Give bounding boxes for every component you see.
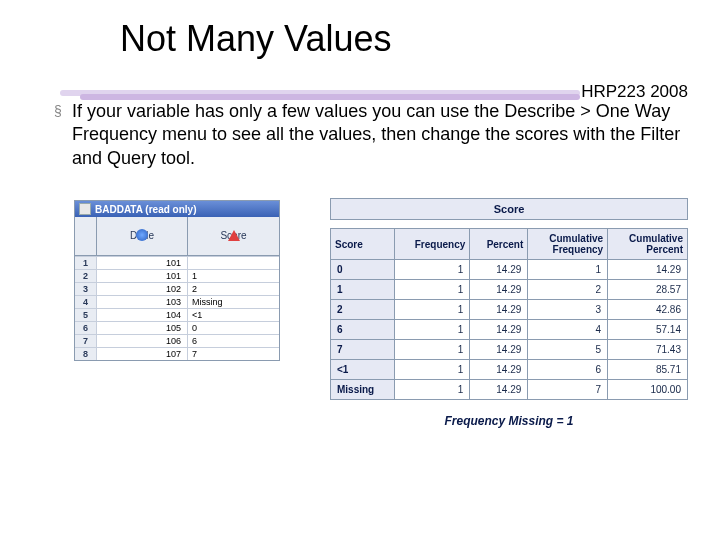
freq-cell-value: 14.29 <box>470 320 528 340</box>
freq-cell-value: 14.29 <box>470 280 528 300</box>
viewer-title-text: BADDATA (read only) <box>95 204 196 215</box>
freq-row: 2114.29342.86 <box>331 300 688 320</box>
freq-col-header: CumulativePercent <box>608 229 688 260</box>
col-header-score: Score <box>188 217 279 255</box>
bullet-item: § If your variable has only a few values… <box>72 100 690 170</box>
freq-cell-value: 7 <box>528 380 608 400</box>
freq-cell-label: 7 <box>331 340 395 360</box>
freq-cell-value: 1 <box>394 260 470 280</box>
freq-cell-value: 42.86 <box>608 300 688 320</box>
freq-cell-value: 14.29 <box>470 340 528 360</box>
freq-row: <1114.29685.71 <box>331 360 688 380</box>
table-row: 81077 <box>75 347 279 360</box>
freq-cell-label: <1 <box>331 360 395 380</box>
table-row: 61050 <box>75 321 279 334</box>
freq-row: 0114.29114.29 <box>331 260 688 280</box>
freq-cell-value: 1 <box>394 380 470 400</box>
row-number: 7 <box>75 335 97 347</box>
freq-cell-value: 1 <box>394 360 470 380</box>
data-viewer-window: BADDATA (read only) Dude Score 110121011… <box>74 200 280 361</box>
freq-cell-value: 14.29 <box>470 260 528 280</box>
freq-missing-note: Frequency Missing = 1 <box>330 414 688 428</box>
freq-cell-value: 5 <box>528 340 608 360</box>
table-row: 21011 <box>75 269 279 282</box>
freq-col-header: Frequency <box>394 229 470 260</box>
freq-row: 1114.29228.57 <box>331 280 688 300</box>
numeric-column-icon <box>136 229 148 241</box>
freq-cell-value: 85.71 <box>608 360 688 380</box>
freq-cell-value: 6 <box>528 360 608 380</box>
cell-dude: 106 <box>97 335 188 347</box>
cell-dude: 101 <box>97 257 188 269</box>
freq-cell-value: 14.29 <box>470 380 528 400</box>
cell-dude: 101 <box>97 270 188 282</box>
freq-cell-label: 1 <box>331 280 395 300</box>
table-row: 5104<1 <box>75 308 279 321</box>
bullet-marker: § <box>54 102 62 120</box>
cell-dude: 105 <box>97 322 188 334</box>
cell-dude: 104 <box>97 309 188 321</box>
row-number: 2 <box>75 270 97 282</box>
freq-cell-value: 1 <box>528 260 608 280</box>
freq-cell-value: 4 <box>528 320 608 340</box>
cell-score: 0 <box>188 322 279 334</box>
cell-score: 2 <box>188 283 279 295</box>
char-column-icon <box>228 230 240 241</box>
table-row: 4103Missing <box>75 295 279 308</box>
row-number: 6 <box>75 322 97 334</box>
freq-col-header: Percent <box>470 229 528 260</box>
freq-cell-value: 2 <box>528 280 608 300</box>
freq-col-header: Score <box>331 229 395 260</box>
cell-score: <1 <box>188 309 279 321</box>
cell-score: Missing <box>188 296 279 308</box>
freq-table: ScoreFrequencyPercentCumulativeFrequency… <box>330 228 688 400</box>
frequency-output: Score ScoreFrequencyPercentCumulativeFre… <box>330 198 688 428</box>
rownum-header <box>75 217 97 255</box>
cell-dude: 103 <box>97 296 188 308</box>
freq-row: Missing114.297100.00 <box>331 380 688 400</box>
row-number: 4 <box>75 296 97 308</box>
table-row: 31022 <box>75 282 279 295</box>
freq-cell-value: 100.00 <box>608 380 688 400</box>
cell-dude: 107 <box>97 348 188 360</box>
viewer-titlebar: BADDATA (read only) <box>75 201 279 217</box>
freq-col-header: CumulativeFrequency <box>528 229 608 260</box>
freq-cell-label: 2 <box>331 300 395 320</box>
freq-cell-label: 0 <box>331 260 395 280</box>
col-header-dude: Dude <box>97 217 188 255</box>
row-number: 8 <box>75 348 97 360</box>
freq-row: 7114.29571.43 <box>331 340 688 360</box>
cell-score: 7 <box>188 348 279 360</box>
freq-cell-value: 3 <box>528 300 608 320</box>
freq-cell-value: 1 <box>394 300 470 320</box>
row-number: 5 <box>75 309 97 321</box>
cell-score: 1 <box>188 270 279 282</box>
table-row: 71066 <box>75 334 279 347</box>
freq-cell-value: 14.29 <box>470 300 528 320</box>
table-icon <box>79 203 91 215</box>
freq-cell-value: 1 <box>394 320 470 340</box>
row-number: 1 <box>75 257 97 269</box>
freq-cell-value: 14.29 <box>608 260 688 280</box>
freq-cell-value: 57.14 <box>608 320 688 340</box>
freq-title: Score <box>330 198 688 220</box>
freq-cell-label: 6 <box>331 320 395 340</box>
freq-cell-label: Missing <box>331 380 395 400</box>
slide-title: Not Many Values <box>0 0 720 60</box>
viewer-column-headers: Dude Score <box>75 217 279 256</box>
freq-cell-value: 71.43 <box>608 340 688 360</box>
freq-cell-value: 1 <box>394 280 470 300</box>
row-number: 3 <box>75 283 97 295</box>
table-row: 1101 <box>75 256 279 269</box>
cell-dude: 102 <box>97 283 188 295</box>
bullet-text: If your variable has only a few values y… <box>72 101 680 168</box>
freq-cell-value: 28.57 <box>608 280 688 300</box>
freq-row: 6114.29457.14 <box>331 320 688 340</box>
freq-cell-value: 14.29 <box>470 360 528 380</box>
cell-score <box>188 257 279 269</box>
freq-cell-value: 1 <box>394 340 470 360</box>
cell-score: 6 <box>188 335 279 347</box>
